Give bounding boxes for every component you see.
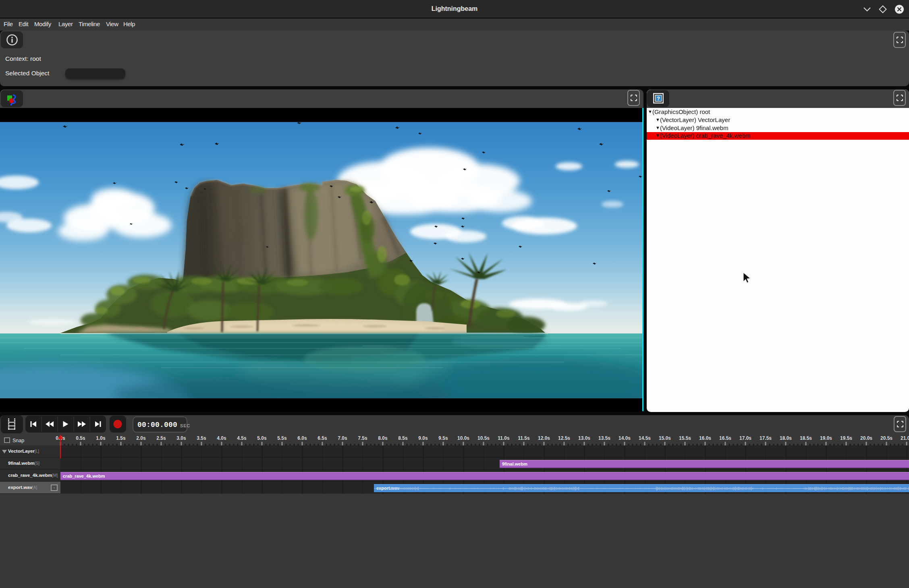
svg-text:?: ?: [657, 95, 660, 101]
